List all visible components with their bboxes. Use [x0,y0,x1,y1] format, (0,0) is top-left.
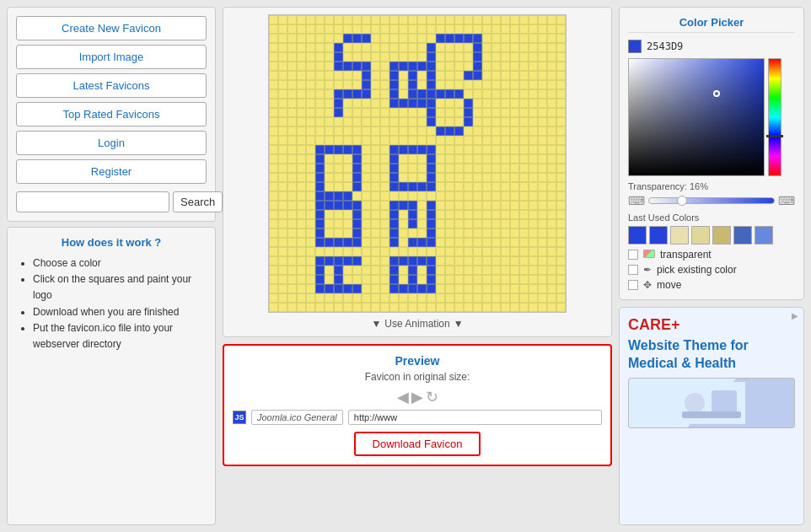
pixel-cell[interactable] [501,256,510,266]
pixel-cell[interactable] [547,43,556,52]
pixel-cell[interactable] [417,284,427,293]
pixel-cell[interactable] [278,34,287,43]
pixel-cell[interactable] [297,182,306,191]
pixel-cell[interactable] [362,238,371,247]
pixel-cell[interactable] [445,191,454,201]
pixel-cell[interactable] [454,108,464,117]
pixel-cell[interactable] [408,126,417,136]
pixel-cell[interactable] [547,173,556,182]
pixel-cell[interactable] [436,275,445,284]
pixel-cell[interactable] [491,71,501,80]
pixel-cell[interactable] [362,145,371,154]
pixel-cell[interactable] [334,99,343,108]
pixel-cell[interactable] [408,238,417,247]
pixel-cell[interactable] [408,154,417,164]
pixel-cell[interactable] [427,34,436,43]
pixel-cell[interactable] [547,89,556,99]
pixel-cell[interactable] [352,43,362,52]
pixel-cell[interactable] [445,238,454,247]
pixel-cell[interactable] [325,173,334,182]
pixel-cell[interactable] [371,191,380,201]
pixel-cell[interactable] [454,136,464,145]
pixel-cell[interactable] [556,43,566,52]
pixel-cell[interactable] [464,52,473,62]
pixel-cell[interactable] [547,275,556,284]
pixel-cell[interactable] [278,126,287,136]
pixel-cell[interactable] [538,15,547,24]
pixel-cell[interactable] [389,284,399,293]
pixel-cell[interactable] [464,266,473,275]
pixel-cell[interactable] [529,191,538,201]
pixel-cell[interactable] [408,136,417,145]
pixel-cell[interactable] [380,275,389,284]
pixel-cell[interactable] [371,24,380,34]
pixel-cell[interactable] [362,173,371,182]
pixel-cell[interactable] [287,173,297,182]
pixel-cell[interactable] [491,238,501,247]
pixel-cell[interactable] [399,108,408,117]
pixel-cell[interactable] [427,182,436,191]
pixel-cell[interactable] [399,247,408,256]
pixel-cell[interactable] [491,80,501,89]
pixel-cell[interactable] [278,293,287,303]
pixel-cell[interactable] [362,52,371,62]
pixel-cell[interactable] [287,52,297,62]
pixel-cell[interactable] [352,201,362,210]
pixel-cell[interactable] [417,256,427,266]
pixel-cell[interactable] [352,62,362,71]
pixel-cell[interactable] [556,173,566,182]
pixel-cell[interactable] [473,108,482,117]
pixel-cell[interactable] [529,154,538,164]
pixel-cell[interactable] [315,154,325,164]
pixel-cell[interactable] [325,34,334,43]
pixel-cell[interactable] [501,71,510,80]
pixel-cell[interactable] [464,145,473,154]
pixel-cell[interactable] [334,191,343,201]
pixel-cell[interactable] [547,52,556,62]
pixel-cell[interactable] [269,126,278,136]
pixel-cell[interactable] [454,275,464,284]
pixel-cell[interactable] [547,145,556,154]
pixel-cell[interactable] [519,136,529,145]
pixel-cell[interactable] [445,228,454,238]
pixel-cell[interactable] [371,117,380,126]
pixel-cell[interactable] [436,108,445,117]
pixel-cell[interactable] [427,62,436,71]
pixel-cell[interactable] [315,256,325,266]
pixel-cell[interactable] [297,266,306,275]
pixel-cell[interactable] [491,43,501,52]
pixel-cell[interactable] [297,164,306,173]
transparency-slider[interactable] [648,197,775,204]
pixel-cell[interactable] [519,154,529,164]
pixel-cell[interactable] [427,126,436,136]
pixel-cell[interactable] [519,164,529,173]
pixel-cell[interactable] [287,136,297,145]
pixel-cell[interactable] [556,89,566,99]
pixel-cell[interactable] [464,126,473,136]
pixel-cell[interactable] [482,256,491,266]
pixel-cell[interactable] [371,126,380,136]
pixel-cell[interactable] [315,228,325,238]
pixel-cell[interactable] [362,191,371,201]
pixel-cell[interactable] [306,24,315,34]
pixel-cell[interactable] [380,164,389,173]
pixel-cell[interactable] [352,284,362,293]
pixel-cell[interactable] [278,284,287,293]
pixel-cell[interactable] [389,173,399,182]
pixel-cell[interactable] [556,136,566,145]
pixel-cell[interactable] [380,34,389,43]
pixel-cell[interactable] [547,108,556,117]
pixel-cell[interactable] [297,154,306,164]
pixel-cell[interactable] [547,126,556,136]
pixel-cell[interactable] [352,71,362,80]
pixel-cell[interactable] [445,34,454,43]
pixel-cell[interactable] [510,80,519,89]
pixel-cell[interactable] [454,201,464,210]
pixel-cell[interactable] [352,247,362,256]
pixel-cell[interactable] [371,34,380,43]
pixel-cell[interactable] [547,266,556,275]
pixel-cell[interactable] [297,191,306,201]
pixel-cell[interactable] [436,43,445,52]
pixel-cell[interactable] [501,238,510,247]
pixel-cell[interactable] [297,80,306,89]
